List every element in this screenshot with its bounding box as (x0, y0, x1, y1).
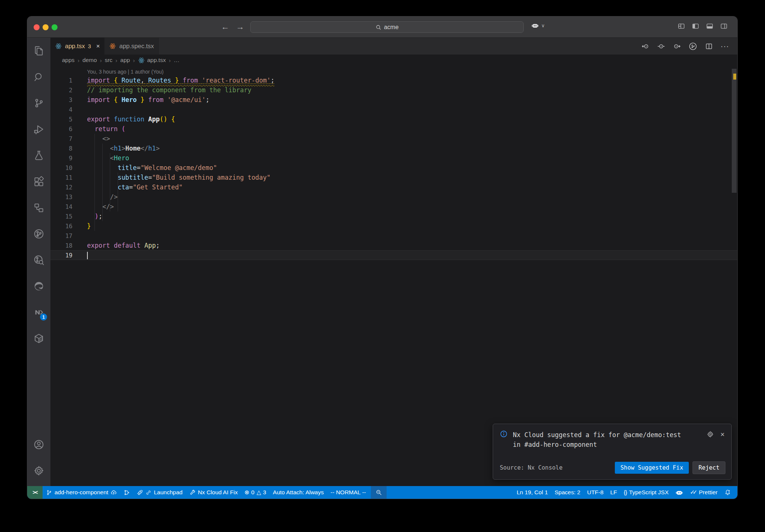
react-icon (55, 43, 62, 50)
show-suggested-fix-button[interactable]: Show Suggested Fix (615, 462, 689, 474)
tab-app.tsx[interactable]: app.tsx3× (50, 38, 105, 55)
cursor-position[interactable]: Ln 19, Col 1 (513, 486, 551, 499)
auto-attach-status[interactable]: Auto Attach: Always (270, 486, 327, 499)
customize-layout-icon[interactable] (678, 22, 685, 30)
tab-app.spec.tsx[interactable]: app.spec.tsx (105, 38, 159, 55)
formatter-status[interactable]: ✓✓Prettier (687, 486, 721, 499)
label: Launchpad (154, 489, 183, 496)
line-number: 15 (50, 213, 72, 220)
breadcrumb-separator: › (115, 57, 117, 64)
more-actions-icon[interactable]: ··· (721, 42, 729, 50)
code-line-12[interactable]: 12 cta="Get Started" (50, 182, 737, 192)
link-icon (145, 489, 152, 496)
problems-status[interactable]: ⊗0△3 (241, 486, 269, 499)
activity-source-control-icon[interactable] (27, 90, 50, 116)
zoom-window-button[interactable] (52, 24, 58, 30)
code-line-4[interactable]: 4 (50, 105, 737, 114)
breadcrumb-separator: › (133, 57, 135, 64)
breadcrumb-item[interactable]: demo (83, 57, 97, 64)
activity-accounts-icon[interactable] (27, 432, 50, 458)
eol[interactable]: LF (607, 486, 620, 499)
wrench-icon (189, 489, 196, 496)
code-line-10[interactable]: 10 title="Welcmoe @acme/demo" (50, 163, 737, 173)
breadcrumb-more[interactable]: … (174, 57, 180, 64)
close-window-button[interactable] (34, 24, 40, 30)
notification-close-icon[interactable]: × (721, 431, 725, 438)
activity-search-icon[interactable] (27, 64, 50, 90)
breadcrumb-filename: app.tsx (147, 57, 166, 64)
code-line-5[interactable]: 5export function App() { (50, 114, 737, 124)
activity-edge-browser-icon[interactable] (27, 273, 50, 299)
code-line-8[interactable]: 8 <h1>Home</h1> (50, 143, 737, 153)
notifications-bell[interactable] (721, 486, 734, 499)
go-back-icon[interactable] (641, 42, 650, 50)
toggle-panel-icon[interactable] (706, 22, 713, 30)
code-line-19[interactable]: 19 (50, 250, 737, 260)
indentation[interactable]: Spaces: 2 (551, 486, 584, 499)
code-line-17[interactable]: 17 (50, 231, 737, 241)
vim-mode-status[interactable]: -- NORMAL -- (327, 486, 369, 499)
command-center-search[interactable]: acme (250, 21, 524, 33)
badge: 1 (40, 313, 47, 321)
breadcrumb-item[interactable]: app (120, 57, 130, 64)
breadcrumb-item[interactable]: apps (62, 57, 75, 64)
copilot-menu[interactable]: ∨ (531, 22, 545, 30)
editor-scrollbar[interactable] (732, 69, 737, 193)
notification-settings-gear-icon[interactable] (707, 431, 714, 438)
activity-containers-icon[interactable] (27, 325, 50, 352)
breadcrumb-file[interactable]: app.tsx (138, 57, 166, 64)
go-forward-icon[interactable] (673, 42, 681, 50)
activity-run-debug-icon[interactable] (27, 116, 50, 142)
code-line-15[interactable]: 15 ); (50, 211, 737, 221)
code-line-18[interactable]: 18export default App; (50, 241, 737, 250)
double-check-icon: ✓✓ (690, 489, 695, 496)
language-mode[interactable]: {}TypeScript JSX (620, 486, 672, 499)
reject-button[interactable]: Reject (693, 461, 725, 474)
activity-testing-icon[interactable] (27, 142, 50, 168)
code-line-9[interactable]: 9 <Hero (50, 153, 737, 163)
glyph: {} (624, 489, 627, 496)
tab-close-icon[interactable]: × (96, 43, 100, 50)
title-bar: ← → acme ∨ (27, 16, 737, 38)
toggle-secondary-sidebar-icon[interactable] (720, 22, 728, 30)
code-line-14[interactable]: 14 </> (50, 202, 737, 211)
activity-gitlens-search-icon[interactable] (27, 247, 50, 273)
code-line-13[interactable]: 13 /> (50, 192, 737, 202)
commit-graph-icon[interactable] (688, 42, 697, 51)
go-to-location-icon[interactable] (657, 42, 665, 50)
navigate-back-button[interactable]: ← (220, 22, 230, 32)
activity-explorer-icon[interactable] (27, 38, 50, 64)
code-line-16[interactable]: 16} (50, 221, 737, 231)
toggle-primary-sidebar-icon[interactable] (692, 22, 699, 30)
info-icon (500, 430, 508, 438)
code-line-1[interactable]: 1import { Route, Routes } from 'react-ro… (50, 75, 737, 85)
code-line-6[interactable]: 6 return ( (50, 124, 737, 134)
code-text: title="Welcmoe @acme/demo" (87, 164, 217, 171)
code-text: import { Route, Routes } from 'react-rou… (87, 77, 275, 84)
activity-extensions-icon[interactable] (27, 168, 50, 195)
encoding[interactable]: UTF-8 (584, 486, 607, 499)
code-text: <> (87, 135, 110, 142)
code-editor[interactable]: You, 3 hours ago | 1 author (You)1import… (50, 66, 737, 486)
code-line-7[interactable]: 7 <> (50, 134, 737, 143)
nx-cloud-ai-fix-status[interactable]: Nx Cloud AI Fix (186, 486, 241, 499)
zoom-out-icon (375, 489, 382, 496)
breadcrumb-item[interactable]: src (105, 57, 112, 64)
code-line-11[interactable]: 11 subtitle="Build something amazing tod… (50, 173, 737, 182)
activity-settings-icon[interactable] (27, 458, 50, 484)
copilot-status[interactable] (672, 486, 687, 499)
commit-graph-status[interactable] (120, 486, 133, 499)
launchpad-status[interactable]: Launchpad (133, 486, 186, 499)
code-line-3[interactable]: 3import { Hero } from '@acme/ui'; (50, 95, 737, 105)
remote-indicator[interactable]: >< (27, 486, 43, 499)
activity-gitlens-icon[interactable] (27, 221, 50, 247)
activity-project-graph-icon[interactable] (27, 195, 50, 221)
split-editor-icon[interactable] (705, 42, 713, 50)
branch-status[interactable]: add-hero-component (43, 486, 120, 499)
navigate-forward-button[interactable]: → (235, 22, 245, 32)
code-line-2[interactable]: 2// importing the component from the lib… (50, 85, 737, 95)
zoom-status[interactable] (371, 486, 387, 499)
minimize-window-button[interactable] (43, 24, 49, 30)
rocket-icon (137, 489, 143, 496)
activity-nx-console-icon[interactable]: 1 (27, 299, 50, 325)
